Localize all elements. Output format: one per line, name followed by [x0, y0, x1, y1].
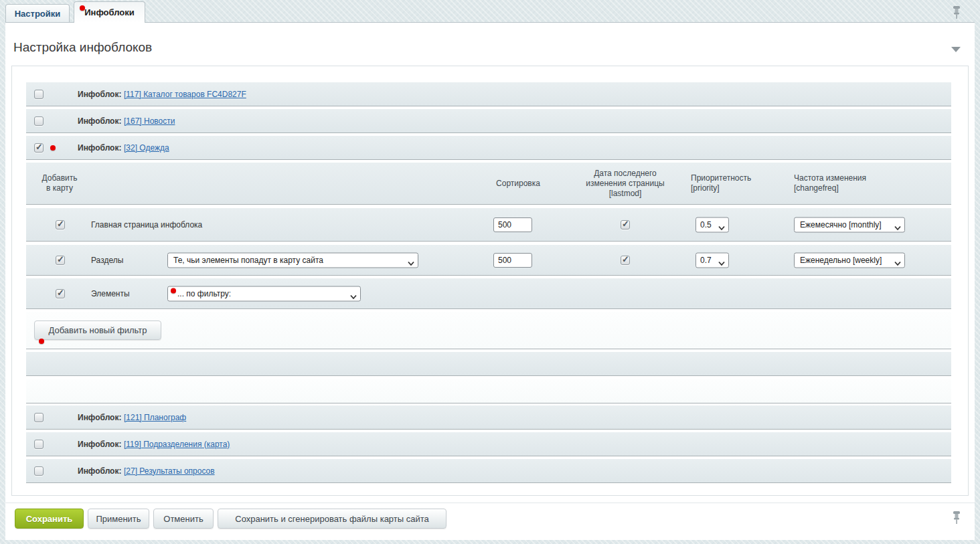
table-row: Элементы ... по фильтру: — [26, 278, 951, 309]
infoblock-label: Инфоблок: — [78, 413, 121, 422]
save-button-label: Сохранить — [26, 514, 73, 524]
header-add-to-map: Добавить в карту — [34, 173, 85, 193]
add-to-map-checkbox[interactable] — [56, 220, 65, 230]
select-arrow-icon — [894, 223, 901, 232]
header-priority: Приоритетность [priority] — [691, 173, 751, 193]
sections-mode-value: Те, чьи элементы попадут в карту сайта — [173, 256, 323, 265]
table-row: Главная страница инфоблока 0.5 Ежемесячн… — [26, 208, 951, 242]
infoblock-form: Инфоблок: [117] Каталог товаров FC4D827F… — [11, 66, 969, 496]
changefreq-value: Еженедельно [weekly] — [800, 256, 882, 265]
cancel-button-label: Отменить — [163, 514, 203, 524]
footer-divider — [5, 503, 975, 503]
add-filter-row: Добавить новый фильтр — [26, 312, 951, 349]
pin-icon[interactable] — [951, 511, 962, 525]
select-arrow-icon — [718, 223, 725, 232]
cancel-button[interactable]: Отменить — [153, 509, 214, 529]
infoblock-row: Инфоблок: [32] Одежда — [26, 136, 951, 160]
priority-select[interactable]: 0.7 — [696, 252, 729, 268]
infoblock-label: Инфоблок: — [78, 90, 121, 99]
infoblock-row: Инфоблок: [167] Новости — [26, 109, 951, 133]
priority-value: 0.5 — [700, 220, 712, 230]
pin-icon[interactable] — [951, 5, 962, 19]
row-name: Элементы — [91, 289, 130, 298]
priority-select[interactable]: 0.5 — [696, 217, 729, 232]
infoblock-link[interactable]: [121] Планограф — [124, 413, 186, 422]
infoblock-label: Инфоблок: — [78, 116, 121, 126]
sort-input[interactable] — [493, 253, 532, 268]
apply-button[interactable]: Применить — [88, 509, 149, 529]
modified-dot — [50, 145, 56, 151]
infoblock-link[interactable]: [27] Результаты опросов — [124, 466, 215, 476]
infoblock-link[interactable]: [119] Подразделения (карта) — [124, 440, 230, 449]
infoblock-link[interactable]: [167] Новости — [124, 116, 175, 126]
tab-settings-label: Настройки — [15, 9, 61, 19]
row-name: Разделы — [91, 256, 123, 265]
lastmod-checkbox[interactable] — [621, 220, 630, 230]
modified-dot — [80, 5, 85, 11]
lastmod-checkbox[interactable] — [621, 256, 630, 265]
priority-value: 0.7 — [700, 256, 712, 265]
modified-dot — [171, 288, 176, 293]
select-arrow-icon — [894, 258, 901, 268]
select-arrow-icon — [408, 258, 414, 268]
add-filter-button-label: Добавить новый фильтр — [48, 325, 147, 335]
table-header-row: Добавить в карту Сортировка Дата последн… — [26, 163, 951, 205]
select-arrow-icon — [350, 292, 357, 301]
header-sort: Сортировка — [468, 179, 568, 189]
infoblock-checkbox[interactable] — [34, 90, 44, 99]
save-and-generate-button-label: Сохранить и сгенерировать файлы карты са… — [235, 514, 429, 524]
infoblock-row: Инфоблок: [121] Планограф — [26, 405, 951, 430]
changefreq-select[interactable]: Ежемесячно [monthly] — [794, 217, 905, 232]
infoblock-link[interactable]: [117] Каталог товаров FC4D827F — [124, 90, 246, 99]
add-filter-button[interactable]: Добавить новый фильтр — [34, 321, 161, 340]
infoblock-checkbox[interactable] — [34, 116, 44, 126]
page-title: Настройка инфоблоков — [13, 40, 152, 55]
tab-settings[interactable]: Настройки — [5, 4, 70, 22]
row-name: Главная страница инфоблока — [91, 220, 202, 230]
infoblock-row: Инфоблок: [117] Каталог товаров FC4D827F — [26, 82, 951, 106]
changefreq-select[interactable]: Еженедельно [weekly] — [794, 252, 905, 268]
infoblock-checkbox[interactable] — [34, 440, 44, 449]
header-lastmod: Дата последнего изменения страницы [last… — [567, 169, 683, 199]
infoblock-label: Инфоблок: — [78, 466, 121, 476]
apply-button-label: Применить — [96, 514, 141, 524]
modified-dot — [39, 339, 44, 344]
sections-mode-select[interactable]: Те, чьи элементы попадут в карту сайта — [167, 252, 418, 268]
sort-input[interactable] — [493, 217, 532, 232]
tab-infoblocks-label: Инфоблоки — [84, 7, 135, 17]
settings-panel: Настройка инфоблоков Инфоблок: [117] Кат… — [5, 22, 975, 540]
select-arrow-icon — [718, 258, 725, 268]
elements-mode-select[interactable]: ... по фильтру: — [167, 286, 361, 301]
chevron-down-icon[interactable] — [951, 47, 961, 52]
save-button[interactable]: Сохранить — [15, 509, 84, 529]
infoblock-link[interactable]: [32] Одежда — [124, 143, 169, 153]
infoblock-label: Инфоблок: — [78, 143, 121, 153]
infoblock-label: Инфоблок: — [78, 440, 121, 449]
tab-infoblocks[interactable]: Инфоблоки — [74, 1, 145, 23]
empty-row — [26, 379, 951, 403]
table-row: Разделы Те, чьи элементы попадут в карту… — [26, 245, 951, 276]
infoblock-checkbox[interactable] — [34, 413, 44, 422]
add-to-map-checkbox[interactable] — [56, 256, 65, 265]
save-and-generate-button[interactable]: Сохранить и сгенерировать файлы карты са… — [218, 509, 446, 529]
empty-row — [26, 352, 951, 376]
changefreq-value: Ежемесячно [monthly] — [800, 220, 882, 230]
infoblock-checkbox[interactable] — [34, 466, 44, 476]
infoblock-row: Инфоблок: [119] Подразделения (карта) — [26, 432, 951, 456]
elements-mode-value: ... по фильтру: — [177, 289, 231, 298]
infoblock-checkbox[interactable] — [34, 143, 44, 153]
header-changefreq: Частота изменения [changefreq] — [794, 173, 866, 193]
infoblock-row: Инфоблок: [27] Результаты опросов — [26, 459, 951, 483]
add-to-map-checkbox[interactable] — [56, 289, 65, 298]
